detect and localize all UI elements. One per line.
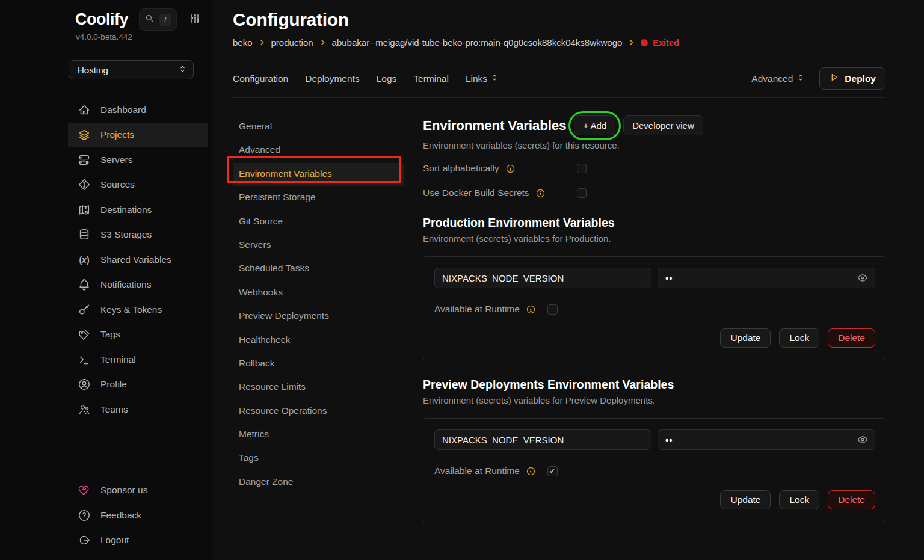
advanced-dropdown[interactable]: Advanced xyxy=(751,73,805,84)
sidebar-item-keys-tokens[interactable]: Keys & Tokens xyxy=(68,297,208,322)
breadcrumb-environment[interactable]: production xyxy=(271,37,313,48)
subnav-danger-zone[interactable]: Danger Zone xyxy=(233,471,404,494)
subnav-persistent-storage[interactable]: Persistent Storage xyxy=(233,186,404,210)
subnav-tags[interactable]: Tags xyxy=(233,447,404,470)
slash-key-hint: / xyxy=(159,14,171,26)
home-icon xyxy=(78,103,91,117)
delete-button[interactable]: Delete xyxy=(828,328,875,348)
sidebar-item-servers[interactable]: Servers xyxy=(68,147,208,173)
subnav-git-source[interactable]: Git Source xyxy=(233,211,404,234)
subnav-resource-limits[interactable]: Resource Limits xyxy=(233,376,404,399)
tab-logs[interactable]: Logs xyxy=(377,73,397,84)
docker-build-secrets-label: Use Docker Build Secrets xyxy=(423,188,529,198)
sidebar-item-label: Dashboard xyxy=(100,105,146,115)
tab-terminal[interactable]: Terminal xyxy=(413,73,449,84)
sidebar-item-tags[interactable]: Tags xyxy=(68,322,208,348)
page-title: Configuration xyxy=(233,10,886,30)
status-dot-icon xyxy=(641,39,648,46)
subnav-webhooks[interactable]: Webhooks xyxy=(233,282,404,305)
variable-key-input[interactable] xyxy=(434,429,651,450)
selector-chevrons-icon xyxy=(796,73,805,84)
env-variables-title: Environment Variables xyxy=(423,118,566,134)
available-at-runtime-label: Available at Runtime xyxy=(434,466,520,476)
deploy-button[interactable]: Deploy xyxy=(819,67,886,90)
variable-value-input[interactable] xyxy=(665,435,857,445)
users-group-icon xyxy=(78,403,91,416)
sidebar-item-label: Profile xyxy=(100,379,127,390)
selector-chevrons-icon xyxy=(178,64,187,75)
sidebar-item-label: Terminal xyxy=(100,354,136,365)
sidebar-item-shared-variables[interactable]: (x) Shared Variables xyxy=(68,247,208,272)
sidebar-item-profile[interactable]: Profile xyxy=(68,372,208,398)
production-env-section: Production Environment Variables Environ… xyxy=(423,216,886,360)
tab-configuration[interactable]: Configuration xyxy=(233,73,288,84)
app-version: v4.0.0-beta.442 xyxy=(68,32,208,42)
sidebar-item-sponsor-us[interactable]: Sponsor us xyxy=(68,478,208,503)
status-text: Exited xyxy=(653,38,679,48)
subnav-healthcheck[interactable]: Healthcheck xyxy=(233,329,404,352)
sidebar-item-logout[interactable]: Logout xyxy=(68,528,208,553)
update-button[interactable]: Update xyxy=(720,490,771,509)
subnav-scheduled-tasks[interactable]: Scheduled Tasks xyxy=(233,257,404,281)
production-variable-card: Available at Runtime Update Lock Delete xyxy=(423,256,886,360)
breadcrumb-project[interactable]: beko xyxy=(233,37,253,48)
sidebar-item-teams[interactable]: Teams xyxy=(68,397,208,422)
lock-button[interactable]: Lock xyxy=(779,328,819,348)
subnav-general[interactable]: General xyxy=(233,115,404,139)
eye-icon[interactable] xyxy=(857,272,869,284)
variable-key-input[interactable] xyxy=(434,268,651,288)
available-at-runtime-checkbox[interactable] xyxy=(547,466,558,476)
sort-alphabetically-row: Sort alphabetically xyxy=(423,163,587,174)
subnav-resource-operations[interactable]: Resource Operations xyxy=(233,400,404,423)
eye-icon[interactable] xyxy=(857,434,869,446)
help-circle-icon xyxy=(78,509,91,522)
layers-icon xyxy=(78,128,91,141)
tabs-bar: Configuration Deployments Logs Terminal … xyxy=(233,67,886,98)
status-badge: Exited xyxy=(641,38,679,48)
sidebar-item-label: Keys & Tokens xyxy=(100,304,162,315)
subnav-metrics[interactable]: Metrics xyxy=(233,423,404,447)
sidebar-item-sources[interactable]: Sources xyxy=(68,173,208,198)
preview-variable-card: Available at Runtime Update Lock Delete xyxy=(423,418,886,522)
server-icon xyxy=(78,153,91,167)
subnav-rollback[interactable]: Rollback xyxy=(233,352,404,376)
sidebar-item-label: Servers xyxy=(100,155,132,165)
sidebar-item-notifications[interactable]: Notifications xyxy=(68,272,208,298)
tag-icon xyxy=(78,328,91,341)
settings-sliders-button[interactable] xyxy=(189,13,201,27)
sidebar-item-feedback[interactable]: Feedback xyxy=(68,503,208,528)
sidebar-item-s3-storages[interactable]: S3 Storages xyxy=(68,223,208,248)
sort-alphabetically-checkbox[interactable] xyxy=(577,164,587,173)
env-variables-description: Environment variables (secrets) for this… xyxy=(423,140,886,150)
info-icon xyxy=(505,164,516,174)
sidebar-item-label: Destinations xyxy=(100,205,152,215)
delete-button[interactable]: Delete xyxy=(828,490,875,509)
sidebar-item-dashboard[interactable]: Dashboard xyxy=(68,97,208,123)
breadcrumb: beko production abubakar--meigag/vid-tub… xyxy=(233,37,886,48)
search-button[interactable]: / xyxy=(139,8,177,31)
info-icon xyxy=(535,188,546,198)
lock-button[interactable]: Lock xyxy=(779,490,819,509)
database-icon xyxy=(78,228,91,241)
sidebar-item-projects[interactable]: Projects xyxy=(68,123,208,148)
tab-links[interactable]: Links xyxy=(466,73,499,84)
team-select[interactable]: Hosting xyxy=(69,60,194,79)
subnav-advanced[interactable]: Advanced xyxy=(233,139,404,162)
subnav-environment-variables[interactable]: Environment Variables xyxy=(233,163,404,186)
team-select-value: Hosting xyxy=(78,65,108,75)
subnav-servers[interactable]: Servers xyxy=(233,234,404,257)
docker-build-secrets-checkbox[interactable] xyxy=(577,188,587,198)
update-button[interactable]: Update xyxy=(720,328,771,348)
developer-view-button[interactable]: Developer view xyxy=(623,115,703,135)
sidebar-item-terminal[interactable]: Terminal xyxy=(68,347,208,372)
tab-deployments[interactable]: Deployments xyxy=(305,73,359,84)
available-at-runtime-checkbox[interactable] xyxy=(547,304,558,315)
add-variable-button[interactable]: + Add xyxy=(574,115,615,135)
sidebar-item-destinations[interactable]: Destinations xyxy=(68,197,208,223)
subnav-preview-deployments[interactable]: Preview Deployments xyxy=(233,305,404,328)
production-section-title: Production Environment Variables xyxy=(423,216,886,230)
heart-icon xyxy=(78,484,91,497)
breadcrumb-resource[interactable]: abubakar--meigag/vid-tube-beko-pro:main-… xyxy=(332,37,623,48)
main-area: Configuration beko production abubakar--… xyxy=(212,0,924,560)
variable-value-input[interactable] xyxy=(665,273,857,283)
